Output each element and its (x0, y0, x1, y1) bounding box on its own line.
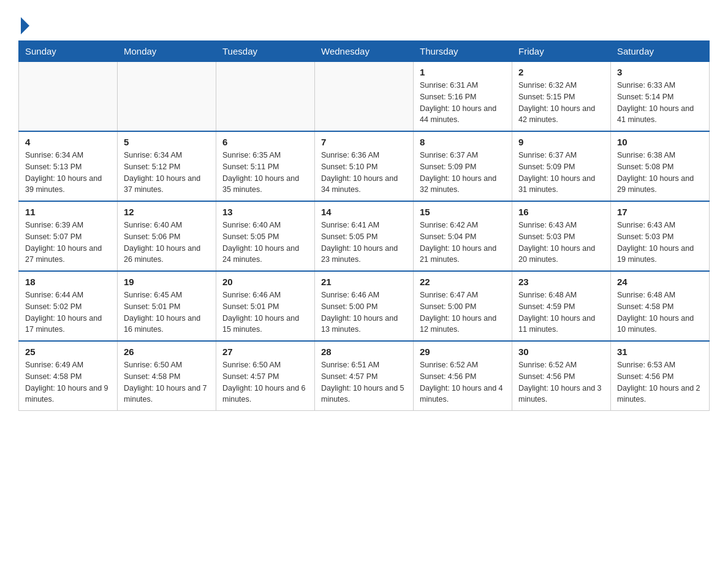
day-number: 7 (321, 137, 407, 147)
day-number: 11 (25, 207, 111, 217)
calendar-week-row-2: 4Sunrise: 6:34 AMSunset: 5:13 PMDaylight… (19, 131, 710, 201)
calendar-cell: 25Sunrise: 6:49 AMSunset: 4:58 PMDayligh… (19, 341, 118, 411)
calendar-cell: 31Sunrise: 6:53 AMSunset: 4:56 PMDayligh… (611, 341, 710, 411)
day-number: 21 (321, 277, 407, 287)
day-info: Sunrise: 6:46 AMSunset: 5:00 PMDaylight:… (321, 289, 407, 335)
day-number: 23 (518, 277, 604, 287)
calendar-cell: 19Sunrise: 6:45 AMSunset: 5:01 PMDayligh… (118, 271, 216, 341)
calendar-cell: 1Sunrise: 6:31 AMSunset: 5:16 PMDaylight… (414, 62, 512, 132)
day-info: Sunrise: 6:52 AMSunset: 4:56 PMDaylight:… (518, 359, 604, 405)
day-info: Sunrise: 6:51 AMSunset: 4:57 PMDaylight:… (321, 359, 407, 405)
day-info: Sunrise: 6:41 AMSunset: 5:05 PMDaylight:… (321, 220, 407, 266)
day-info: Sunrise: 6:45 AMSunset: 5:01 PMDaylight:… (124, 289, 210, 335)
day-info: Sunrise: 6:35 AMSunset: 5:11 PMDaylight:… (222, 150, 308, 196)
day-number: 19 (124, 277, 210, 287)
day-info: Sunrise: 6:37 AMSunset: 5:09 PMDaylight:… (420, 150, 506, 196)
calendar-cell: 18Sunrise: 6:44 AMSunset: 5:02 PMDayligh… (19, 271, 118, 341)
day-info: Sunrise: 6:50 AMSunset: 4:58 PMDaylight:… (124, 359, 210, 405)
day-info: Sunrise: 6:37 AMSunset: 5:09 PMDaylight:… (518, 150, 604, 196)
calendar-cell: 14Sunrise: 6:41 AMSunset: 5:05 PMDayligh… (315, 201, 414, 271)
day-number: 13 (222, 207, 308, 217)
day-info: Sunrise: 6:43 AMSunset: 5:03 PMDaylight:… (617, 220, 703, 266)
day-info: Sunrise: 6:38 AMSunset: 5:08 PMDaylight:… (617, 150, 703, 196)
calendar-header-tuesday: Tuesday (216, 41, 315, 62)
day-number: 9 (518, 137, 604, 147)
day-info: Sunrise: 6:47 AMSunset: 5:00 PMDaylight:… (420, 289, 506, 335)
day-number: 30 (518, 347, 604, 357)
day-info: Sunrise: 6:50 AMSunset: 4:57 PMDaylight:… (222, 359, 308, 405)
calendar-cell: 6Sunrise: 6:35 AMSunset: 5:11 PMDaylight… (216, 131, 315, 201)
day-info: Sunrise: 6:49 AMSunset: 4:58 PMDaylight:… (25, 359, 111, 405)
header (18, 12, 710, 34)
calendar-header-saturday: Saturday (611, 41, 710, 62)
calendar-header-monday: Monday (118, 41, 216, 62)
calendar-cell: 9Sunrise: 6:37 AMSunset: 5:09 PMDaylight… (512, 131, 611, 201)
calendar-cell: 10Sunrise: 6:38 AMSunset: 5:08 PMDayligh… (611, 131, 710, 201)
day-number: 15 (420, 207, 506, 217)
calendar-week-row-3: 11Sunrise: 6:39 AMSunset: 5:07 PMDayligh… (19, 201, 710, 271)
calendar-header-row: SundayMondayTuesdayWednesdayThursdayFrid… (19, 41, 710, 62)
calendar-cell: 4Sunrise: 6:34 AMSunset: 5:13 PMDaylight… (19, 131, 118, 201)
calendar-cell: 24Sunrise: 6:48 AMSunset: 4:58 PMDayligh… (611, 271, 710, 341)
calendar-cell: 15Sunrise: 6:42 AMSunset: 5:04 PMDayligh… (414, 201, 512, 271)
day-number: 28 (321, 347, 407, 357)
logo-triangle-icon (21, 17, 29, 34)
day-number: 4 (25, 137, 111, 147)
day-number: 1 (420, 67, 506, 77)
calendar-cell: 21Sunrise: 6:46 AMSunset: 5:00 PMDayligh… (315, 271, 414, 341)
day-info: Sunrise: 6:36 AMSunset: 5:10 PMDaylight:… (321, 150, 407, 196)
day-number: 18 (25, 277, 111, 287)
calendar-cell: 5Sunrise: 6:34 AMSunset: 5:12 PMDaylight… (118, 131, 216, 201)
day-info: Sunrise: 6:34 AMSunset: 5:13 PMDaylight:… (25, 150, 111, 196)
calendar-cell: 2Sunrise: 6:32 AMSunset: 5:15 PMDaylight… (512, 62, 611, 132)
day-number: 5 (124, 137, 210, 147)
calendar-header-wednesday: Wednesday (315, 41, 414, 62)
day-info: Sunrise: 6:31 AMSunset: 5:16 PMDaylight:… (420, 80, 506, 126)
day-number: 8 (420, 137, 506, 147)
day-number: 17 (617, 207, 703, 217)
calendar-cell: 11Sunrise: 6:39 AMSunset: 5:07 PMDayligh… (19, 201, 118, 271)
day-number: 16 (518, 207, 604, 217)
calendar-cell (216, 62, 315, 132)
calendar-cell: 23Sunrise: 6:48 AMSunset: 4:59 PMDayligh… (512, 271, 611, 341)
day-number: 27 (222, 347, 308, 357)
calendar-cell: 29Sunrise: 6:52 AMSunset: 4:56 PMDayligh… (414, 341, 512, 411)
calendar-cell: 17Sunrise: 6:43 AMSunset: 5:03 PMDayligh… (611, 201, 710, 271)
calendar-cell: 3Sunrise: 6:33 AMSunset: 5:14 PMDaylight… (611, 62, 710, 132)
calendar-cell: 12Sunrise: 6:40 AMSunset: 5:06 PMDayligh… (118, 201, 216, 271)
day-number: 24 (617, 277, 703, 287)
calendar-cell (118, 62, 216, 132)
calendar-cell: 30Sunrise: 6:52 AMSunset: 4:56 PMDayligh… (512, 341, 611, 411)
day-info: Sunrise: 6:46 AMSunset: 5:01 PMDaylight:… (222, 289, 308, 335)
calendar-week-row-4: 18Sunrise: 6:44 AMSunset: 5:02 PMDayligh… (19, 271, 710, 341)
day-number: 14 (321, 207, 407, 217)
day-info: Sunrise: 6:39 AMSunset: 5:07 PMDaylight:… (25, 220, 111, 266)
day-info: Sunrise: 6:34 AMSunset: 5:12 PMDaylight:… (124, 150, 210, 196)
day-number: 29 (420, 347, 506, 357)
calendar-cell: 26Sunrise: 6:50 AMSunset: 4:58 PMDayligh… (118, 341, 216, 411)
day-info: Sunrise: 6:40 AMSunset: 5:05 PMDaylight:… (222, 220, 308, 266)
calendar-cell (19, 62, 118, 132)
day-number: 22 (420, 277, 506, 287)
day-number: 25 (25, 347, 111, 357)
calendar-header-friday: Friday (512, 41, 611, 62)
day-info: Sunrise: 6:52 AMSunset: 4:56 PMDaylight:… (420, 359, 506, 405)
day-number: 20 (222, 277, 308, 287)
calendar-cell: 28Sunrise: 6:51 AMSunset: 4:57 PMDayligh… (315, 341, 414, 411)
day-info: Sunrise: 6:43 AMSunset: 5:03 PMDaylight:… (518, 220, 604, 266)
day-info: Sunrise: 6:32 AMSunset: 5:15 PMDaylight:… (518, 80, 604, 126)
calendar-cell: 27Sunrise: 6:50 AMSunset: 4:57 PMDayligh… (216, 341, 315, 411)
day-info: Sunrise: 6:53 AMSunset: 4:56 PMDaylight:… (617, 359, 703, 405)
logo (18, 18, 31, 34)
day-info: Sunrise: 6:48 AMSunset: 4:58 PMDaylight:… (617, 289, 703, 335)
day-number: 2 (518, 67, 604, 77)
day-number: 6 (222, 137, 308, 147)
calendar-cell: 8Sunrise: 6:37 AMSunset: 5:09 PMDaylight… (414, 131, 512, 201)
day-number: 3 (617, 67, 703, 77)
day-number: 12 (124, 207, 210, 217)
calendar-cell: 20Sunrise: 6:46 AMSunset: 5:01 PMDayligh… (216, 271, 315, 341)
day-number: 26 (124, 347, 210, 357)
day-number: 10 (617, 137, 703, 147)
day-info: Sunrise: 6:40 AMSunset: 5:06 PMDaylight:… (124, 220, 210, 266)
calendar-cell: 22Sunrise: 6:47 AMSunset: 5:00 PMDayligh… (414, 271, 512, 341)
